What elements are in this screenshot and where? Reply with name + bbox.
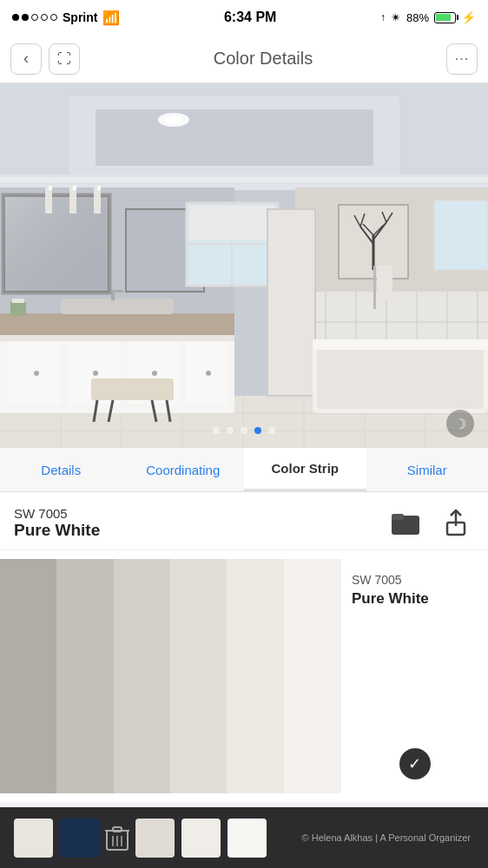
more-icon: ··· — [455, 51, 469, 67]
bottom-bar: © Helena Alkhas | A Personal Organizer — [0, 807, 488, 868]
color-detail-panel: SW 7005 Pure White ✓ — [340, 559, 488, 793]
copyright-text: © Helena Alkhas | A Personal Organizer — [267, 832, 474, 843]
swatch-6[interactable] — [284, 559, 340, 793]
trash-icon — [105, 824, 129, 852]
svg-rect-7 — [0, 177, 488, 182]
bottom-swatch-r1[interactable] — [135, 819, 175, 858]
room-illustration — [0, 83, 488, 448]
arrow-icon: ↑ — [380, 11, 386, 23]
share-icon — [440, 507, 472, 538]
tab-coordinating[interactable]: Coordinating — [122, 448, 245, 491]
delete-button[interactable] — [99, 819, 135, 856]
signal-dot-2 — [22, 14, 29, 21]
svg-rect-76 — [91, 378, 174, 400]
bottom-swatch-r2[interactable] — [181, 819, 221, 858]
swatch-3[interactable] — [114, 559, 170, 793]
nav-bar: ‹ ⛶ Color Details ··· — [0, 35, 488, 83]
expand-icon: ⛶ — [57, 51, 71, 67]
svg-rect-54 — [97, 186, 101, 190]
page-dot-4[interactable] — [254, 427, 261, 434]
color-info-section: SW 7005 Pure White — [0, 492, 488, 550]
battery-fill — [436, 14, 451, 21]
status-bar: Sprint 📶 6:34 PM ↑ ✴ 88% ⚡ — [0, 0, 488, 35]
detail-code: SW 7005 — [352, 573, 429, 587]
tab-similar-label: Similar — [407, 463, 447, 477]
back-button[interactable]: ‹ — [10, 43, 42, 75]
svg-point-40 — [152, 371, 157, 376]
svg-rect-33 — [0, 313, 234, 335]
page-dot-5[interactable] — [268, 427, 275, 434]
svg-rect-83 — [377, 266, 392, 300]
bottom-swatch-dark[interactable] — [60, 819, 99, 858]
svg-rect-70 — [267, 209, 315, 396]
page-dot-2[interactable] — [227, 427, 234, 434]
swatch-2[interactable] — [56, 559, 113, 793]
carrier-label: Sprint — [63, 10, 97, 24]
page-dot-1[interactable] — [213, 427, 220, 434]
svg-rect-69 — [434, 201, 488, 270]
check-icon: ✓ — [408, 754, 421, 773]
battery-percent: 88% — [406, 11, 429, 24]
signal-dots — [12, 14, 57, 21]
svg-rect-52 — [73, 186, 76, 190]
tab-details[interactable]: Details — [0, 448, 122, 491]
bluetooth-icon: ✴ — [391, 10, 401, 24]
color-code: SW 7005 — [14, 506, 100, 521]
swatch-4[interactable] — [170, 559, 227, 793]
wifi-icon: 📶 — [102, 10, 120, 26]
bottom-swatch-r3[interactable] — [228, 819, 267, 858]
expand-button[interactable]: ⛶ — [49, 43, 80, 75]
share-button[interactable] — [438, 504, 474, 541]
selected-indicator: ✓ — [399, 748, 431, 779]
room-image: ☽ — [0, 83, 488, 448]
color-name: Pure White — [14, 521, 100, 540]
svg-rect-72 — [373, 266, 376, 309]
svg-rect-3 — [96, 109, 373, 166]
svg-rect-81 — [10, 302, 26, 316]
svg-rect-74 — [317, 348, 484, 409]
signal-dot-5 — [50, 14, 57, 21]
more-button[interactable]: ··· — [446, 43, 478, 75]
svg-rect-46 — [4, 196, 109, 292]
detail-name: Pure White — [352, 590, 429, 608]
color-strip-section: SW 7005 Pure White ✓ — [0, 550, 488, 802]
signal-dot-3 — [31, 14, 38, 21]
folder-icon — [390, 507, 421, 538]
signal-dot-4 — [41, 14, 48, 21]
svg-rect-68 — [189, 206, 274, 240]
svg-point-5 — [165, 116, 182, 123]
tab-colorstrip-label: Color Strip — [272, 461, 340, 476]
save-to-folder-button[interactable] — [387, 504, 424, 541]
svg-rect-86 — [392, 514, 404, 518]
svg-point-39 — [93, 371, 98, 376]
svg-rect-75 — [313, 339, 488, 350]
signal-dot-1 — [12, 14, 19, 21]
swatch-1[interactable] — [0, 559, 56, 793]
back-icon: ‹ — [23, 49, 29, 68]
svg-point-41 — [206, 371, 211, 376]
night-mode-button[interactable]: ☽ — [446, 410, 474, 437]
bottom-swatches — [14, 819, 99, 858]
svg-rect-53 — [94, 187, 101, 214]
tab-colorstrip[interactable]: Color Strip — [244, 448, 366, 491]
page-dot-3[interactable] — [241, 427, 247, 434]
svg-rect-50 — [49, 186, 52, 190]
color-text: SW 7005 Pure White — [14, 506, 100, 540]
status-right: ↑ ✴ 88% ⚡ — [380, 10, 476, 24]
charging-icon: ⚡ — [461, 10, 476, 24]
moon-icon: ☽ — [454, 416, 466, 432]
tab-similar[interactable]: Similar — [366, 448, 489, 491]
color-swatches — [0, 559, 340, 793]
color-actions — [387, 504, 474, 541]
status-left: Sprint 📶 — [12, 10, 120, 26]
svg-point-38 — [34, 371, 39, 376]
svg-rect-51 — [69, 187, 76, 214]
swatch-5[interactable] — [227, 559, 283, 793]
svg-rect-42 — [61, 299, 174, 314]
tab-coordinating-label: Coordinating — [146, 463, 220, 477]
battery-container — [434, 12, 456, 23]
clock: 6:34 PM — [224, 10, 276, 25]
tabs-bar: Details Coordinating Color Strip Similar — [0, 448, 488, 492]
bottom-swatch-light[interactable] — [14, 819, 53, 858]
pagination-dots — [213, 427, 275, 434]
